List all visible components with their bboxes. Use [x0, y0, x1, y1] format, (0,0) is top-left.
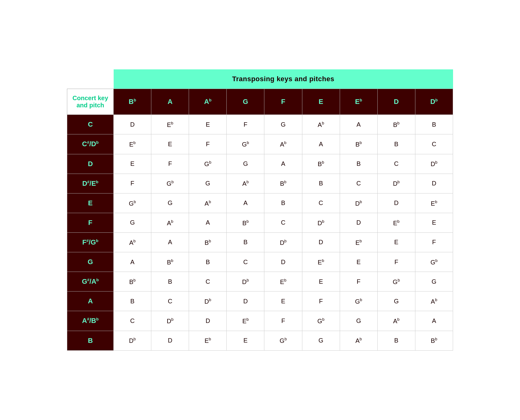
cell-r10-c0: C: [114, 311, 151, 331]
transposition-table: Transposing keys and pitches Concert key…: [67, 69, 453, 351]
table-row: GABbBCDEbEFGb: [67, 252, 453, 272]
cell-r11-c5: G: [302, 331, 340, 350]
row-header-0: C: [67, 115, 114, 134]
cell-r11-c2: Eb: [189, 331, 227, 350]
cell-r2-c4: A: [264, 154, 302, 174]
cell-r2-c1: F: [151, 154, 189, 174]
col-header-g: G: [227, 89, 264, 115]
cell-r8-c5: E: [302, 272, 340, 292]
cell-r7-c4: D: [264, 252, 302, 272]
cell-r1-c1: E: [151, 134, 189, 154]
cell-r5-c5: Db: [302, 213, 340, 232]
cell-r7-c7: F: [377, 252, 415, 272]
table-row: DEFGbGABbBCDb: [67, 154, 453, 174]
cell-r11-c1: D: [151, 331, 189, 350]
table-title: Transposing keys and pitches: [114, 69, 453, 89]
cell-r7-c1: Bb: [151, 252, 189, 272]
cell-r6-c6: Eb: [340, 232, 377, 252]
cell-r8-c6: F: [340, 272, 377, 292]
cell-r10-c7: Ab: [377, 311, 415, 331]
cell-r3-c1: Gb: [151, 174, 189, 193]
table-row: D#/EbFGbGAbBbBCDbD: [67, 174, 453, 193]
cell-r10-c3: Eb: [227, 311, 264, 331]
cell-r1-c2: F: [189, 134, 227, 154]
cell-r4-c0: Gb: [114, 193, 151, 213]
cell-r8-c1: B: [151, 272, 189, 292]
col-header-ab: Ab: [189, 89, 227, 115]
cell-r10-c1: Db: [151, 311, 189, 331]
cell-r3-c0: F: [114, 174, 151, 193]
cell-r7-c5: Eb: [302, 252, 340, 272]
row-header-7: G: [67, 252, 114, 272]
cell-r0-c2: E: [189, 115, 227, 134]
cell-r7-c2: B: [189, 252, 227, 272]
cell-r1-c0: Eb: [114, 134, 151, 154]
cell-r0-c3: F: [227, 115, 264, 134]
cell-r7-c3: C: [227, 252, 264, 272]
cell-r10-c8: A: [415, 311, 453, 331]
table-wrapper: Transposing keys and pitches Concert key…: [67, 69, 453, 351]
cell-r8-c0: Bb: [114, 272, 151, 292]
cell-r9-c7: G: [377, 292, 415, 311]
table-row: A#/BbCDbDEbFGbGAbA: [67, 311, 453, 331]
row-header-5: F: [67, 213, 114, 232]
row-header-3: D#/Eb: [67, 174, 114, 193]
col-header-f: F: [264, 89, 302, 115]
empty-corner: [67, 69, 114, 89]
cell-r9-c8: Ab: [415, 292, 453, 311]
cell-r11-c6: Ab: [340, 331, 377, 350]
row-header-2: D: [67, 154, 114, 174]
cell-r8-c8: G: [415, 272, 453, 292]
cell-r6-c8: F: [415, 232, 453, 252]
cell-r3-c3: Ab: [227, 174, 264, 193]
cell-r2-c3: G: [227, 154, 264, 174]
table-row: EGbGAbABCDbDEb: [67, 193, 453, 213]
cell-r4-c4: B: [264, 193, 302, 213]
col-header-a: A: [151, 89, 189, 115]
cell-r0-c1: Eb: [151, 115, 189, 134]
cell-r8-c4: Eb: [264, 272, 302, 292]
cell-r0-c6: A: [340, 115, 377, 134]
cell-r5-c6: D: [340, 213, 377, 232]
table-row: C#/DbEbEFGbAbABbBC: [67, 134, 453, 154]
cell-r3-c7: Db: [377, 174, 415, 193]
table-row: F#/GbAbABbBDbDEbEF: [67, 232, 453, 252]
cell-r8-c3: Db: [227, 272, 264, 292]
cell-r3-c2: G: [189, 174, 227, 193]
row-header-4: E: [67, 193, 114, 213]
cell-r11-c8: Bb: [415, 331, 453, 350]
col-header-e: E: [302, 89, 340, 115]
cell-r3-c4: Bb: [264, 174, 302, 193]
table-row: BDbDEbEGbGAbBBb: [67, 331, 453, 350]
cell-r0-c4: G: [264, 115, 302, 134]
cell-r5-c0: G: [114, 213, 151, 232]
table-row: FGAbABbCDbDEbE: [67, 213, 453, 232]
cell-r10-c5: Gb: [302, 311, 340, 331]
cell-r4-c2: Ab: [189, 193, 227, 213]
cell-r9-c6: Gb: [340, 292, 377, 311]
cell-r6-c1: A: [151, 232, 189, 252]
cell-r0-c5: Ab: [302, 115, 340, 134]
table-row: ABCDbDEFGbGAb: [67, 292, 453, 311]
cell-r4-c5: C: [302, 193, 340, 213]
cell-r3-c5: B: [302, 174, 340, 193]
cell-r2-c2: Gb: [189, 154, 227, 174]
cell-r6-c4: Db: [264, 232, 302, 252]
cell-r2-c5: Bb: [302, 154, 340, 174]
cell-r1-c8: C: [415, 134, 453, 154]
cell-r2-c8: Db: [415, 154, 453, 174]
cell-r5-c8: E: [415, 213, 453, 232]
table-row: G#/AbBbBCDbEbEFGbG: [67, 272, 453, 292]
cell-r2-c0: E: [114, 154, 151, 174]
cell-r10-c4: F: [264, 311, 302, 331]
cell-r11-c7: B: [377, 331, 415, 350]
cell-r8-c7: Gb: [377, 272, 415, 292]
col-header-bb: Bb: [114, 89, 151, 115]
cell-r1-c5: A: [302, 134, 340, 154]
cell-r4-c3: A: [227, 193, 264, 213]
row-header-6: F#/Gb: [67, 232, 114, 252]
cell-r11-c0: Db: [114, 331, 151, 350]
row-header-11: B: [67, 331, 114, 350]
cell-r3-c8: D: [415, 174, 453, 193]
cell-r4-c8: Eb: [415, 193, 453, 213]
